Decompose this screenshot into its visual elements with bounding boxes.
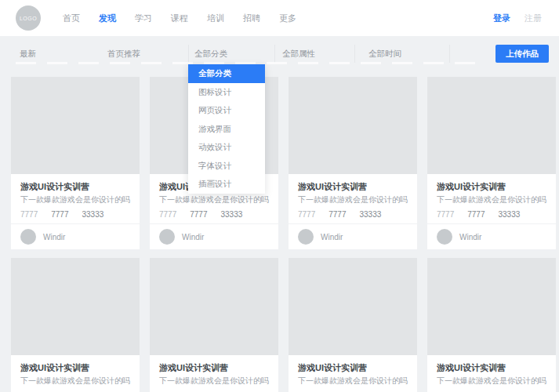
work-description: 下一款爆款游戏会是你设计的吗 bbox=[159, 194, 269, 205]
work-description: 下一款爆款游戏会是你设计的吗 bbox=[20, 376, 130, 386]
dropdown-option-web-design[interactable]: 网页设计 bbox=[188, 101, 265, 120]
stat-count-2: 7777 bbox=[190, 210, 207, 219]
avatar[interactable] bbox=[20, 229, 36, 245]
work-description: 下一款爆款游戏会是你设计的吗 bbox=[159, 376, 269, 386]
work-thumbnail[interactable] bbox=[289, 77, 417, 174]
work-title[interactable]: 游戏UI设计实训营 bbox=[159, 362, 269, 373]
work-thumbnail[interactable] bbox=[11, 77, 140, 174]
site-logo[interactable]: LOGO bbox=[16, 5, 41, 31]
stat-count-3: 33333 bbox=[82, 210, 104, 219]
work-author-row: Windir bbox=[150, 223, 278, 249]
work-title[interactable]: 游戏UI设计实训营 bbox=[437, 181, 546, 192]
stat-count-3: 33333 bbox=[360, 210, 382, 219]
avatar[interactable] bbox=[298, 229, 314, 245]
work-info: 游戏UI设计实训营 下一款爆款游戏会是你设计的吗 7777 7777 33333 bbox=[427, 355, 556, 392]
nav-item-home[interactable]: 首页 bbox=[63, 0, 80, 36]
work-card[interactable]: 游戏UI设计实训营 下一款爆款游戏会是你设计的吗 7777 7777 33333… bbox=[150, 258, 278, 392]
author-name[interactable]: Windir bbox=[459, 233, 481, 241]
work-author-row: Windir bbox=[427, 223, 556, 249]
nav-item-discover[interactable]: 发现 bbox=[99, 0, 116, 36]
stat-count-1: 7777 bbox=[437, 210, 454, 219]
stat-count-2: 7777 bbox=[329, 210, 346, 219]
filter-recommended[interactable]: 首页推荐 bbox=[107, 45, 140, 63]
stat-count-1: 7777 bbox=[20, 210, 38, 219]
works-grid: 游戏UI设计实训营 下一款爆款游戏会是你设计的吗 7777 7777 33333… bbox=[0, 77, 559, 392]
work-description: 下一款爆款游戏会是你设计的吗 bbox=[437, 194, 546, 205]
work-description: 下一款爆款游戏会是你设计的吗 bbox=[20, 194, 130, 205]
work-title[interactable]: 游戏UI设计实训营 bbox=[20, 181, 130, 192]
work-description: 下一款爆款游戏会是你设计的吗 bbox=[298, 376, 408, 386]
work-card[interactable]: 游戏UI设计实训营 下一款爆款游戏会是你设计的吗 7777 7777 33333… bbox=[289, 77, 417, 249]
work-thumbnail[interactable] bbox=[427, 77, 556, 174]
stat-count-2: 7777 bbox=[467, 210, 485, 219]
author-name[interactable]: Windir bbox=[43, 233, 65, 241]
register-link[interactable]: 注册 bbox=[525, 13, 542, 24]
stat-count-1: 7777 bbox=[159, 210, 176, 219]
filter-divider bbox=[274, 45, 275, 63]
work-title[interactable]: 游戏UI设计实训营 bbox=[298, 362, 408, 373]
nav-item-learn[interactable]: 学习 bbox=[135, 0, 152, 36]
work-thumbnail[interactable] bbox=[11, 258, 140, 355]
work-description: 下一款爆款游戏会是你设计的吗 bbox=[437, 376, 546, 386]
dropdown-option-illustration[interactable]: 插画设计 bbox=[188, 175, 265, 194]
work-stats: 7777 7777 33333 bbox=[437, 210, 546, 219]
author-name[interactable]: Windir bbox=[321, 233, 343, 241]
dropdown-option-motion-design[interactable]: 动效设计 bbox=[188, 138, 265, 157]
work-card[interactable]: 游戏UI设计实训营 下一款爆款游戏会是你设计的吗 7777 7777 33333… bbox=[289, 258, 417, 392]
upload-work-button[interactable]: 上传作品 bbox=[495, 45, 549, 63]
work-card[interactable]: 游戏UI设计实训营 下一款爆款游戏会是你设计的吗 7777 7777 33333… bbox=[427, 258, 556, 392]
work-card[interactable]: 游戏UI设计实训营 下一款爆款游戏会是你设计的吗 7777 7777 33333… bbox=[11, 258, 140, 392]
dropdown-option-all-categories[interactable]: 全部分类 bbox=[188, 64, 265, 83]
work-author-row: Windir bbox=[11, 223, 140, 249]
filter-latest[interactable]: 最新 bbox=[20, 45, 36, 63]
work-info: 游戏UI设计实训营 下一款爆款游戏会是你设计的吗 7777 7777 33333 bbox=[11, 355, 140, 392]
work-stats: 7777 7777 33333 bbox=[298, 210, 408, 219]
stat-count-3: 33333 bbox=[221, 210, 243, 219]
stat-count-1: 7777 bbox=[298, 210, 315, 219]
work-thumbnail[interactable] bbox=[150, 258, 278, 355]
nav-item-jobs[interactable]: 招聘 bbox=[243, 0, 260, 36]
work-title[interactable]: 游戏UI设计实训营 bbox=[20, 362, 130, 373]
filter-divider bbox=[188, 45, 189, 63]
nav-item-training[interactable]: 培训 bbox=[207, 0, 224, 36]
filter-bar: 最新 首页推荐 全部分类 全部属性 全部时间 上传作品 bbox=[0, 45, 559, 63]
filter-attribute-select[interactable]: 全部属性 bbox=[282, 45, 315, 63]
work-title[interactable]: 游戏UI设计实训营 bbox=[298, 181, 408, 192]
avatar[interactable] bbox=[437, 229, 452, 245]
top-navbar: LOGO 首页 发现 学习 课程 培训 招聘 更多 登录 注册 bbox=[0, 0, 559, 36]
stat-count-2: 7777 bbox=[51, 210, 68, 219]
work-info: 游戏UI设计实训营 下一款爆款游戏会是你设计的吗 7777 7777 33333 bbox=[427, 174, 556, 223]
work-description: 下一款爆款游戏会是你设计的吗 bbox=[298, 194, 408, 205]
auth-links: 登录 注册 bbox=[493, 13, 542, 24]
avatar[interactable] bbox=[159, 229, 175, 245]
work-title[interactable]: 游戏UI设计实训营 bbox=[437, 362, 546, 373]
author-name[interactable]: Windir bbox=[182, 233, 204, 241]
main-nav: 首页 发现 学习 课程 培训 招聘 更多 bbox=[63, 0, 296, 36]
work-info: 游戏UI设计实训营 下一款爆款游戏会是你设计的吗 7777 7777 33333 bbox=[150, 355, 278, 392]
login-link[interactable]: 登录 bbox=[493, 13, 510, 24]
work-stats: 7777 7777 33333 bbox=[159, 210, 269, 219]
dropdown-option-font-design[interactable]: 字体设计 bbox=[188, 157, 265, 176]
work-stats: 7777 7777 33333 bbox=[20, 210, 130, 219]
work-info: 游戏UI设计实训营 下一款爆款游戏会是你设计的吗 7777 7777 33333 bbox=[289, 174, 417, 223]
work-card[interactable]: 游戏UI设计实训营 下一款爆款游戏会是你设计的吗 7777 7777 33333… bbox=[427, 77, 556, 249]
work-author-row: Windir bbox=[289, 223, 417, 249]
nav-item-more[interactable]: 更多 bbox=[279, 0, 296, 36]
work-thumbnail[interactable] bbox=[289, 258, 417, 355]
stat-count-3: 33333 bbox=[499, 210, 521, 219]
work-info: 游戏UI设计实训营 下一款爆款游戏会是你设计的吗 7777 7777 33333 bbox=[289, 355, 417, 392]
nav-item-courses[interactable]: 课程 bbox=[171, 0, 188, 36]
filter-divider bbox=[354, 45, 355, 63]
work-thumbnail[interactable] bbox=[427, 258, 556, 355]
work-card[interactable]: 游戏UI设计实训营 下一款爆款游戏会是你设计的吗 7777 7777 33333… bbox=[11, 77, 140, 249]
dropdown-option-icon-design[interactable]: 图标设计 bbox=[188, 83, 265, 102]
work-info: 游戏UI设计实训营 下一款爆款游戏会是你设计的吗 7777 7777 33333 bbox=[11, 174, 140, 223]
filter-time-select[interactable]: 全部时间 bbox=[368, 45, 401, 63]
dropdown-option-game-ui[interactable]: 游戏界面 bbox=[188, 120, 265, 139]
category-dropdown-menu: 全部分类 图标设计 网页设计 游戏界面 动效设计 字体设计 插画设计 bbox=[188, 64, 265, 194]
filter-divider bbox=[449, 45, 450, 63]
filter-category-select[interactable]: 全部分类 bbox=[194, 45, 227, 63]
